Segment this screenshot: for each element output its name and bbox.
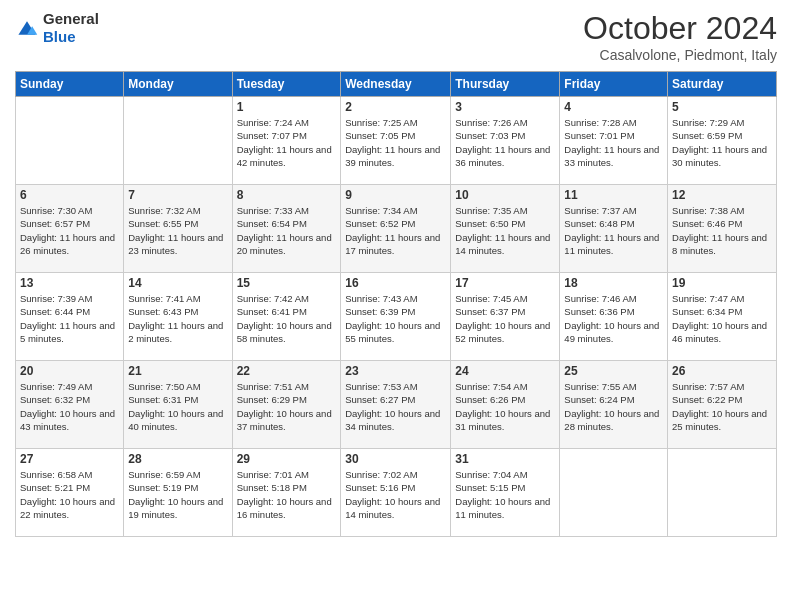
- day-number: 19: [672, 276, 772, 290]
- calendar-cell: 14Sunrise: 7:41 AMSunset: 6:43 PMDayligh…: [124, 273, 232, 361]
- calendar-cell: 22Sunrise: 7:51 AMSunset: 6:29 PMDayligh…: [232, 361, 341, 449]
- calendar-cell: 24Sunrise: 7:54 AMSunset: 6:26 PMDayligh…: [451, 361, 560, 449]
- day-detail: Sunrise: 7:02 AMSunset: 5:16 PMDaylight:…: [345, 468, 446, 521]
- calendar-cell: [560, 449, 668, 537]
- day-detail: Sunrise: 7:37 AMSunset: 6:48 PMDaylight:…: [564, 204, 663, 257]
- day-detail: Sunrise: 6:58 AMSunset: 5:21 PMDaylight:…: [20, 468, 119, 521]
- day-detail: Sunrise: 7:51 AMSunset: 6:29 PMDaylight:…: [237, 380, 337, 433]
- day-number: 18: [564, 276, 663, 290]
- calendar-cell: 5Sunrise: 7:29 AMSunset: 6:59 PMDaylight…: [668, 97, 777, 185]
- calendar-cell: 20Sunrise: 7:49 AMSunset: 6:32 PMDayligh…: [16, 361, 124, 449]
- calendar-cell: 11Sunrise: 7:37 AMSunset: 6:48 PMDayligh…: [560, 185, 668, 273]
- day-detail: Sunrise: 7:28 AMSunset: 7:01 PMDaylight:…: [564, 116, 663, 169]
- calendar-week-row: 6Sunrise: 7:30 AMSunset: 6:57 PMDaylight…: [16, 185, 777, 273]
- day-detail: Sunrise: 7:50 AMSunset: 6:31 PMDaylight:…: [128, 380, 227, 433]
- day-detail: Sunrise: 7:26 AMSunset: 7:03 PMDaylight:…: [455, 116, 555, 169]
- weekday-header: Friday: [560, 72, 668, 97]
- day-detail: Sunrise: 7:41 AMSunset: 6:43 PMDaylight:…: [128, 292, 227, 345]
- calendar-cell: 21Sunrise: 7:50 AMSunset: 6:31 PMDayligh…: [124, 361, 232, 449]
- day-detail: Sunrise: 7:55 AMSunset: 6:24 PMDaylight:…: [564, 380, 663, 433]
- calendar-cell: 25Sunrise: 7:55 AMSunset: 6:24 PMDayligh…: [560, 361, 668, 449]
- day-detail: Sunrise: 7:38 AMSunset: 6:46 PMDaylight:…: [672, 204, 772, 257]
- day-detail: Sunrise: 7:33 AMSunset: 6:54 PMDaylight:…: [237, 204, 337, 257]
- weekday-header: Sunday: [16, 72, 124, 97]
- weekday-header: Saturday: [668, 72, 777, 97]
- day-detail: Sunrise: 7:45 AMSunset: 6:37 PMDaylight:…: [455, 292, 555, 345]
- day-number: 28: [128, 452, 227, 466]
- day-number: 2: [345, 100, 446, 114]
- day-number: 30: [345, 452, 446, 466]
- calendar-cell: 28Sunrise: 6:59 AMSunset: 5:19 PMDayligh…: [124, 449, 232, 537]
- day-number: 9: [345, 188, 446, 202]
- day-detail: Sunrise: 7:42 AMSunset: 6:41 PMDaylight:…: [237, 292, 337, 345]
- day-detail: Sunrise: 7:25 AMSunset: 7:05 PMDaylight:…: [345, 116, 446, 169]
- day-number: 3: [455, 100, 555, 114]
- day-detail: Sunrise: 7:04 AMSunset: 5:15 PMDaylight:…: [455, 468, 555, 521]
- title-area: October 2024 Casalvolone, Piedmont, Ital…: [583, 10, 777, 63]
- calendar-cell: 16Sunrise: 7:43 AMSunset: 6:39 PMDayligh…: [341, 273, 451, 361]
- logo-icon: [15, 16, 39, 40]
- day-number: 11: [564, 188, 663, 202]
- day-number: 23: [345, 364, 446, 378]
- day-number: 8: [237, 188, 337, 202]
- calendar-cell: 13Sunrise: 7:39 AMSunset: 6:44 PMDayligh…: [16, 273, 124, 361]
- day-number: 16: [345, 276, 446, 290]
- day-number: 21: [128, 364, 227, 378]
- logo: General Blue: [15, 10, 99, 46]
- calendar-page: General Blue October 2024 Casalvolone, P…: [0, 0, 792, 612]
- page-header: General Blue October 2024 Casalvolone, P…: [15, 10, 777, 63]
- day-number: 4: [564, 100, 663, 114]
- month-title: October 2024: [583, 10, 777, 47]
- day-number: 29: [237, 452, 337, 466]
- calendar-cell: 7Sunrise: 7:32 AMSunset: 6:55 PMDaylight…: [124, 185, 232, 273]
- day-number: 26: [672, 364, 772, 378]
- calendar-week-row: 13Sunrise: 7:39 AMSunset: 6:44 PMDayligh…: [16, 273, 777, 361]
- day-detail: Sunrise: 7:57 AMSunset: 6:22 PMDaylight:…: [672, 380, 772, 433]
- day-detail: Sunrise: 7:49 AMSunset: 6:32 PMDaylight:…: [20, 380, 119, 433]
- day-detail: Sunrise: 7:29 AMSunset: 6:59 PMDaylight:…: [672, 116, 772, 169]
- calendar-header-row: SundayMondayTuesdayWednesdayThursdayFrid…: [16, 72, 777, 97]
- day-number: 25: [564, 364, 663, 378]
- calendar-cell: 17Sunrise: 7:45 AMSunset: 6:37 PMDayligh…: [451, 273, 560, 361]
- weekday-header: Tuesday: [232, 72, 341, 97]
- day-number: 1: [237, 100, 337, 114]
- day-number: 6: [20, 188, 119, 202]
- day-number: 20: [20, 364, 119, 378]
- calendar-cell: 31Sunrise: 7:04 AMSunset: 5:15 PMDayligh…: [451, 449, 560, 537]
- logo-general: General: [43, 10, 99, 28]
- day-detail: Sunrise: 7:47 AMSunset: 6:34 PMDaylight:…: [672, 292, 772, 345]
- calendar-cell: 10Sunrise: 7:35 AMSunset: 6:50 PMDayligh…: [451, 185, 560, 273]
- day-detail: Sunrise: 7:46 AMSunset: 6:36 PMDaylight:…: [564, 292, 663, 345]
- day-detail: Sunrise: 7:30 AMSunset: 6:57 PMDaylight:…: [20, 204, 119, 257]
- day-detail: Sunrise: 7:24 AMSunset: 7:07 PMDaylight:…: [237, 116, 337, 169]
- day-detail: Sunrise: 7:39 AMSunset: 6:44 PMDaylight:…: [20, 292, 119, 345]
- calendar-cell: 27Sunrise: 6:58 AMSunset: 5:21 PMDayligh…: [16, 449, 124, 537]
- weekday-header: Monday: [124, 72, 232, 97]
- location-subtitle: Casalvolone, Piedmont, Italy: [583, 47, 777, 63]
- day-number: 17: [455, 276, 555, 290]
- weekday-header: Thursday: [451, 72, 560, 97]
- calendar-cell: 1Sunrise: 7:24 AMSunset: 7:07 PMDaylight…: [232, 97, 341, 185]
- calendar-cell: 8Sunrise: 7:33 AMSunset: 6:54 PMDaylight…: [232, 185, 341, 273]
- day-detail: Sunrise: 7:53 AMSunset: 6:27 PMDaylight:…: [345, 380, 446, 433]
- calendar-cell: 15Sunrise: 7:42 AMSunset: 6:41 PMDayligh…: [232, 273, 341, 361]
- calendar-table: SundayMondayTuesdayWednesdayThursdayFrid…: [15, 71, 777, 537]
- day-detail: Sunrise: 7:35 AMSunset: 6:50 PMDaylight:…: [455, 204, 555, 257]
- calendar-cell: 18Sunrise: 7:46 AMSunset: 6:36 PMDayligh…: [560, 273, 668, 361]
- day-detail: Sunrise: 6:59 AMSunset: 5:19 PMDaylight:…: [128, 468, 227, 521]
- calendar-cell: 26Sunrise: 7:57 AMSunset: 6:22 PMDayligh…: [668, 361, 777, 449]
- day-number: 15: [237, 276, 337, 290]
- calendar-cell: 12Sunrise: 7:38 AMSunset: 6:46 PMDayligh…: [668, 185, 777, 273]
- day-number: 24: [455, 364, 555, 378]
- day-number: 7: [128, 188, 227, 202]
- day-detail: Sunrise: 7:34 AMSunset: 6:52 PMDaylight:…: [345, 204, 446, 257]
- logo-text: General Blue: [43, 10, 99, 46]
- calendar-week-row: 1Sunrise: 7:24 AMSunset: 7:07 PMDaylight…: [16, 97, 777, 185]
- calendar-cell: 6Sunrise: 7:30 AMSunset: 6:57 PMDaylight…: [16, 185, 124, 273]
- calendar-cell: 4Sunrise: 7:28 AMSunset: 7:01 PMDaylight…: [560, 97, 668, 185]
- calendar-week-row: 27Sunrise: 6:58 AMSunset: 5:21 PMDayligh…: [16, 449, 777, 537]
- calendar-cell: 19Sunrise: 7:47 AMSunset: 6:34 PMDayligh…: [668, 273, 777, 361]
- day-detail: Sunrise: 7:54 AMSunset: 6:26 PMDaylight:…: [455, 380, 555, 433]
- calendar-cell: 3Sunrise: 7:26 AMSunset: 7:03 PMDaylight…: [451, 97, 560, 185]
- day-number: 12: [672, 188, 772, 202]
